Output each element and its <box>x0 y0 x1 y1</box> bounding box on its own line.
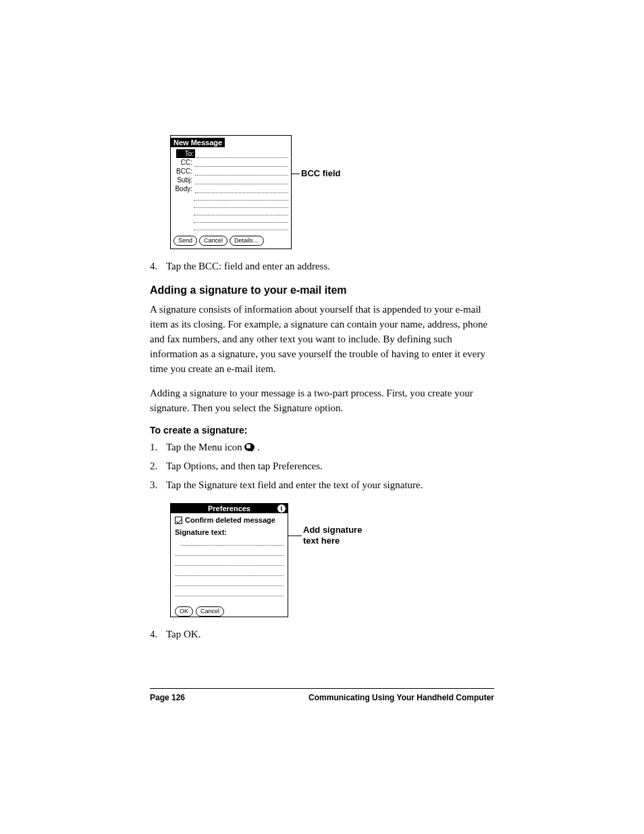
body-line[interactable] <box>194 201 288 208</box>
signature-line[interactable] <box>175 588 284 596</box>
confirm-label: Confirm deleted message <box>185 516 275 524</box>
preferences-title: Preferences <box>208 504 250 513</box>
cc-label: CC: <box>173 158 194 167</box>
new-message-screenshot: New Message To: CC: BCC: Subj: Body: Sen… <box>170 135 292 249</box>
signature-line[interactable] <box>175 548 284 556</box>
confirm-checkbox[interactable] <box>175 517 182 524</box>
sub-heading: To create a signature: <box>150 425 494 436</box>
paragraph: A signature consists of information abou… <box>150 302 494 376</box>
body-label: Body: <box>173 184 194 193</box>
step-item: 1 Tap the Menu icon . <box>150 440 494 454</box>
signature-field[interactable] <box>180 538 284 546</box>
signature-callout: Add signature text here <box>303 525 377 546</box>
step-item: 4 Tap the BCC: field and enter an addres… <box>150 259 494 273</box>
body-line[interactable] <box>194 215 288 223</box>
figure-preferences: Preferences i Confirm deleted message Si… <box>150 503 494 617</box>
bcc-label: BCC: <box>173 167 194 176</box>
paragraph: Adding a signature to your message is a … <box>150 386 494 415</box>
callout-leader <box>292 174 300 174</box>
ok-button[interactable]: OK <box>175 606 193 617</box>
bcc-field[interactable] <box>195 168 288 176</box>
subj-label: Subj: <box>173 176 194 184</box>
callout-leader <box>288 536 302 536</box>
to-label: To: <box>176 149 195 158</box>
signature-line[interactable] <box>175 558 284 566</box>
cc-field[interactable] <box>195 159 288 167</box>
page-footer: Page 126 Communicating Using Your Handhe… <box>150 688 494 702</box>
send-button[interactable]: Send <box>173 236 197 246</box>
chapter-title: Communicating Using Your Handheld Comput… <box>308 693 494 702</box>
step-item: 3 Tap the Signature text field and enter… <box>150 477 494 492</box>
to-field[interactable] <box>196 151 288 158</box>
signature-line[interactable] <box>175 568 284 576</box>
bcc-callout: BCC field <box>301 168 341 178</box>
page-number: Page 126 <box>150 693 185 702</box>
figure-new-message: New Message To: CC: BCC: Subj: Body: Sen… <box>150 135 494 249</box>
signature-label: Signature text: <box>175 528 284 536</box>
preferences-screenshot: Preferences i Confirm deleted message Si… <box>170 503 288 617</box>
signature-line[interactable] <box>175 578 284 586</box>
body-line[interactable] <box>194 208 288 215</box>
body-line[interactable] <box>194 193 288 201</box>
subj-field[interactable] <box>195 177 288 184</box>
step-item: 4 Tap OK. <box>150 627 494 642</box>
details-button[interactable]: Details… <box>230 236 264 246</box>
section-heading: Adding a signature to your e-mail item <box>150 284 494 296</box>
cancel-button[interactable]: Cancel <box>199 236 227 246</box>
cancel-button[interactable]: Cancel <box>196 606 224 617</box>
new-message-title: New Message <box>171 138 225 147</box>
body-field[interactable] <box>195 186 288 193</box>
info-icon[interactable]: i <box>277 504 286 513</box>
menu-icon <box>244 443 254 451</box>
step-item: 2 Tap Options, and then tap Preferences. <box>150 459 494 473</box>
body-line[interactable] <box>194 223 288 230</box>
